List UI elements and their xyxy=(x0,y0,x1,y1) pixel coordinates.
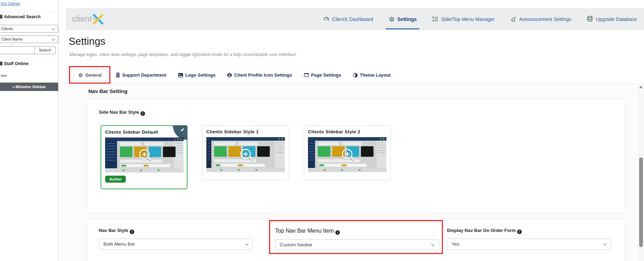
search-input[interactable] xyxy=(0,46,35,54)
top-nav-bar-menu-item-select[interactable]: Custom Navbar xyxy=(275,239,439,250)
style-option-style2[interactable]: Clientx Sidebar Style 2 xyxy=(304,125,391,181)
scrollbar-thumb[interactable] xyxy=(639,157,643,247)
display-nav-bar-order-form-select[interactable]: Yes xyxy=(447,239,611,249)
select-value: Custom Navbar xyxy=(280,242,313,247)
annotation-box-top-nav-menu-item: Top Nav Bar Menu Itemi Custom Navbar xyxy=(269,220,443,254)
info-icon[interactable]: i xyxy=(517,230,522,234)
half-circle-theme-icon xyxy=(353,73,358,78)
top-nav-bar-menu-item-label: Top Nav Bar Menu Itemi xyxy=(275,228,439,235)
page-subtitle: Manage logos, client area settings, page… xyxy=(69,52,297,57)
info-icon[interactable]: i xyxy=(335,230,340,235)
users-icon xyxy=(0,62,2,65)
tab-general[interactable]: General xyxy=(73,69,107,81)
window-icon xyxy=(304,73,309,77)
logo-text: client xyxy=(72,14,92,24)
tab-logo-settings[interactable]: Logo Settings xyxy=(178,72,216,78)
tab-label: Theme Layout xyxy=(360,72,391,78)
gear-icon xyxy=(78,73,83,78)
style-preview-thumbnail[interactable] xyxy=(105,137,184,172)
page-title: Settings xyxy=(69,36,105,47)
chevron-down-icon xyxy=(52,37,55,41)
style-option-title: Clientx Sidebar Style 2 xyxy=(308,129,386,134)
zoom-in-icon[interactable] xyxy=(240,149,251,160)
style-option-style1[interactable]: Clientx Sidebar Style 1 xyxy=(202,125,289,181)
tab-support-department[interactable]: Support Department xyxy=(116,72,166,78)
nav-bar-setting-heading: Nav Bar Setting xyxy=(88,88,128,94)
tab-label: Support Department xyxy=(122,72,166,78)
clients-filter-select[interactable]: Clients xyxy=(0,25,58,33)
tab-label: Client Profile Icon Settings xyxy=(234,72,292,78)
nav-clientx-dashboard[interactable]: ClientX Dashboard xyxy=(323,16,374,22)
side-nav-style-card: Side Nav Bar Stylei Clientx Sidebar Defa… xyxy=(88,99,624,213)
style-preview-thumbnail[interactable] xyxy=(308,137,386,172)
nav-side-top-menu-manager[interactable]: Side/Top Menu Manager xyxy=(432,16,495,22)
advanced-search-label: Advanced Search xyxy=(4,14,41,19)
zoom-in-icon[interactable] xyxy=(342,149,352,160)
client-name-filter-value: Client Name xyxy=(1,37,23,41)
tab-general-label: General xyxy=(85,73,102,78)
nav-label: Side/Top Menu Manager xyxy=(441,16,495,22)
advanced-search-heading: Advanced Search xyxy=(0,12,58,21)
field-label-text: Display Nav Bar On Order Form xyxy=(447,228,516,233)
client-name-filter-select[interactable]: Client Name xyxy=(0,35,58,43)
check-icon: ✔ xyxy=(180,127,185,133)
user-circle-icon xyxy=(227,73,232,78)
nav-announcement-settings[interactable]: Announcement Settings xyxy=(510,16,571,22)
gs-clientx-link[interactable]: GS Clientx xyxy=(1,1,20,6)
nav-bar-style-label: Nav Bar Stylei xyxy=(99,228,253,234)
nav-settings[interactable]: Settings xyxy=(389,16,417,22)
nav-label: Settings xyxy=(397,16,417,22)
menu-list-icon xyxy=(432,16,439,22)
tab-label: Page Settings xyxy=(311,72,341,78)
active-badge: Active xyxy=(105,176,126,183)
chevron-down-icon xyxy=(603,242,607,246)
search-icon xyxy=(0,15,2,19)
nav-label: Announcement Settings xyxy=(519,16,571,22)
clients-filter-value: Clients xyxy=(1,27,13,31)
staff-online-heading: Staff Online xyxy=(0,59,58,68)
tabs-row: Support Department Logo Settings Client … xyxy=(116,69,391,81)
minimise-sidebar-button[interactable]: « Minimise Sidebar xyxy=(0,83,58,91)
style-option-default[interactable]: Clientx Sidebar Default ✔ xyxy=(101,125,187,189)
building-icon xyxy=(116,72,120,78)
tab-label: Logo Settings xyxy=(185,72,216,78)
staff-online-label: Staff Online xyxy=(4,61,28,66)
tab-client-profile-icon-settings[interactable]: Client Profile Icon Settings xyxy=(227,72,292,78)
tab-theme-layout[interactable]: Theme Layout xyxy=(353,72,391,78)
style-preview-thumbnail[interactable] xyxy=(206,137,285,172)
field-label-text: Nav Bar Style xyxy=(99,228,128,233)
info-icon[interactable]: i xyxy=(141,111,145,116)
side-nav-bar-style-label: Side Nav Bar Stylei xyxy=(99,110,145,116)
search-button[interactable]: Search xyxy=(34,46,56,54)
sidebar-style-options: Clientx Sidebar Default ✔ xyxy=(101,125,391,189)
style-option-title: Clientx Sidebar Style 1 xyxy=(206,129,285,134)
vertical-scrollbar[interactable] xyxy=(638,84,644,261)
image-icon xyxy=(178,73,183,78)
nav-upgrade-database[interactable]: Upgrade Database xyxy=(587,16,637,22)
scroll-up-arrow-icon[interactable] xyxy=(639,86,643,88)
zoom-in-icon[interactable] xyxy=(139,149,150,160)
dashboard-icon xyxy=(323,16,330,22)
settings-content-region: Nav Bar Setting Side Nav Bar Stylei Clie… xyxy=(59,83,644,261)
display-nav-bar-order-form-field: Display Nav Bar On Order Formi Yes xyxy=(447,228,611,249)
top-nav-bar-menu-item-field: Top Nav Bar Menu Itemi Custom Navbar xyxy=(275,228,439,250)
tab-page-settings[interactable]: Page Settings xyxy=(304,72,341,78)
nav-label: Upgrade Database xyxy=(596,16,637,22)
database-icon xyxy=(587,16,593,22)
gear-icon xyxy=(389,16,395,22)
nav-bar-options-card: Nav Bar Stylei Both Menu Bar Top Nav Bar… xyxy=(88,219,624,261)
chevron-down-icon xyxy=(431,243,435,246)
select-value: Both Menu Bar xyxy=(103,241,135,247)
clientx-header: client ClientX Dashboard xyxy=(66,8,644,30)
field-label-text: Top Nav Bar Menu Item xyxy=(275,228,334,234)
megaphone-icon xyxy=(510,16,517,22)
side-nav-bar-style-text: Side Nav Bar Style xyxy=(99,110,139,115)
logo-x-icon xyxy=(92,14,104,24)
clientx-logo[interactable]: client xyxy=(66,14,104,24)
select-value: Yes xyxy=(452,241,459,247)
display-nav-bar-order-form-label: Display Nav Bar On Order Formi xyxy=(447,228,611,234)
info-icon[interactable]: i xyxy=(130,230,134,234)
admin-sidebar: GS Clientx Advanced Search Clients Clien… xyxy=(0,0,59,261)
nav-bar-style-select[interactable]: Both Menu Bar xyxy=(99,239,253,249)
style-option-title: Clientx Sidebar Default xyxy=(105,129,183,135)
